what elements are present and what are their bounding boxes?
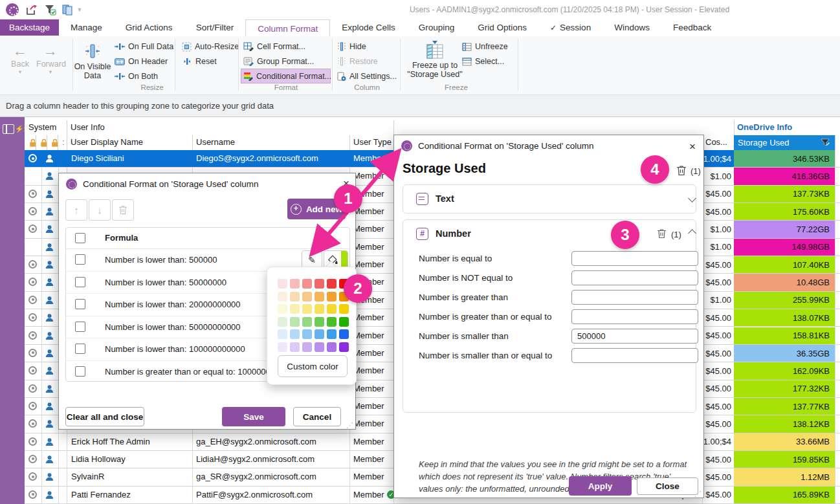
select-column-button[interactable]: Select... [462, 56, 504, 67]
tab-feedback[interactable]: Feedback [661, 19, 723, 36]
number-filter-input[interactable] [571, 290, 698, 305]
column-header-user-display-name[interactable]: User Display Name [71, 137, 143, 147]
color-swatch[interactable] [302, 292, 312, 301]
color-swatch[interactable] [339, 329, 349, 339]
on-full-data-button[interactable]: On Full Data [115, 41, 173, 52]
formula-checkbox[interactable] [75, 366, 85, 377]
hide-button[interactable]: Hide [337, 41, 366, 52]
restore-button[interactable]: Restore [337, 56, 378, 67]
tab-grouping[interactable]: Grouping [407, 19, 467, 36]
color-swatch[interactable] [302, 317, 312, 327]
tab-grid-options[interactable]: Grid Options [466, 19, 538, 36]
all-settings-button[interactable]: All Settings... [337, 71, 397, 82]
column-header-storage-used[interactable]: Storage Used [734, 135, 835, 150]
row-radio-icon[interactable] [28, 349, 37, 357]
row-radio-icon[interactable] [28, 402, 37, 410]
tab-sort-filter[interactable]: Sort/Filter [184, 19, 246, 36]
qat-dropdown-icon[interactable]: ▼ [75, 3, 84, 17]
number-filter-input[interactable] [571, 329, 698, 344]
cancel-button[interactable]: Cancel [293, 407, 341, 426]
formula-checkbox[interactable] [75, 254, 85, 265]
resize-grip[interactable] [694, 488, 701, 495]
tab-windows[interactable]: Windows [602, 19, 661, 36]
color-swatch[interactable] [315, 317, 324, 327]
filter-icon[interactable] [43, 3, 57, 17]
row-radio-icon[interactable] [28, 455, 37, 463]
number-filter-input[interactable] [571, 251, 698, 266]
tab-manage[interactable]: Manage [59, 19, 114, 36]
color-swatch[interactable] [290, 304, 300, 314]
formula-checkbox[interactable] [75, 344, 85, 354]
color-swatch[interactable] [290, 342, 300, 352]
row-radio-icon[interactable] [28, 154, 37, 162]
row-radio-icon[interactable] [28, 225, 37, 233]
row-radio-icon[interactable] [28, 384, 37, 393]
tab-explode-cells[interactable]: Explode Cells [330, 19, 407, 36]
color-swatch[interactable] [290, 292, 300, 301]
resize-grip[interactable] [346, 420, 353, 426]
color-swatch[interactable] [315, 342, 324, 352]
row-radio-icon[interactable] [28, 278, 37, 286]
freeze-up-to-button[interactable]: Freeze up to"Storage Used" [404, 39, 466, 79]
chevron-up-icon[interactable] [688, 229, 696, 237]
filter-funnel-icon[interactable] [821, 138, 830, 149]
trash-icon[interactable] [657, 228, 667, 241]
color-swatch[interactable] [339, 317, 349, 327]
dialog-title-bar[interactable]: Conditional Format on 'Storage Used' col… [59, 173, 355, 194]
tab-session[interactable]: ✓Session [538, 19, 602, 36]
formula-checkbox[interactable] [75, 277, 85, 287]
tab-backstage[interactable]: Backstage [0, 19, 59, 36]
column-header-username[interactable]: Username [196, 137, 235, 147]
row-radio-icon[interactable] [28, 366, 37, 375]
number-filter-input[interactable] [571, 348, 698, 363]
group-header-onedrive-info[interactable]: OneDrive Info [737, 122, 792, 132]
color-swatch[interactable] [339, 304, 349, 314]
color-swatch[interactable] [315, 304, 324, 314]
cell-format-button[interactable]: Cell Format... [243, 41, 305, 52]
color-swatch[interactable] [278, 342, 287, 352]
auto-resize-button[interactable]: Auto-Resize [182, 41, 239, 52]
on-visible-data-button[interactable]: On VisibleData [74, 40, 111, 80]
color-swatch[interactable] [327, 292, 337, 301]
color-swatch[interactable] [290, 329, 300, 339]
row-radio-icon[interactable] [28, 296, 37, 304]
color-swatch[interactable] [327, 329, 337, 339]
color-swatch[interactable] [278, 304, 287, 314]
color-swatch[interactable] [278, 279, 287, 289]
row-radio-icon[interactable] [28, 207, 37, 215]
color-swatch[interactable] [278, 317, 287, 327]
windows-copy-icon[interactable] [60, 3, 74, 17]
color-swatch[interactable] [290, 279, 300, 289]
left-sidebar[interactable]: ⚡› [0, 117, 25, 504]
reset-button[interactable]: Reset [182, 56, 217, 67]
column-header-cost[interactable]: Cos... [705, 137, 727, 147]
row-radio-icon[interactable] [28, 190, 37, 198]
color-swatch[interactable] [327, 279, 337, 289]
on-both-button[interactable]: On Both [115, 71, 158, 82]
row-radio-icon[interactable] [28, 490, 37, 499]
color-swatch[interactable] [302, 329, 312, 339]
formula-checkbox[interactable] [75, 322, 85, 332]
delete-rule-button[interactable] [112, 199, 134, 221]
group-header-user-info[interactable]: User Info [71, 122, 105, 132]
color-swatch[interactable] [315, 292, 324, 301]
back-button[interactable]: ← Back▾ [8, 43, 32, 75]
row-radio-icon[interactable] [28, 419, 37, 428]
color-swatch[interactable] [327, 317, 337, 327]
close-icon[interactable]: × [685, 140, 700, 155]
apply-button[interactable]: Apply [569, 476, 632, 496]
unfreeze-button[interactable]: Unfreeze [462, 41, 508, 52]
on-header-button[interactable]: On Header [115, 56, 168, 67]
group-header-system[interactable]: System [28, 122, 56, 132]
move-down-button[interactable]: ↓ [89, 199, 111, 221]
color-swatch[interactable] [278, 292, 287, 301]
close-button[interactable]: Close [637, 477, 698, 495]
tab-column-format[interactable]: Column Format [245, 19, 330, 38]
formula-checkbox[interactable] [75, 299, 85, 309]
group-format-button[interactable]: Group Format... [243, 56, 314, 67]
custom-color-button[interactable]: Custom color [278, 355, 348, 377]
grouping-zone[interactable]: Drag a column header to this grouping zo… [0, 95, 840, 117]
color-swatch[interactable] [302, 279, 312, 289]
number-filter-input[interactable] [571, 270, 698, 285]
color-swatch[interactable] [327, 342, 337, 352]
